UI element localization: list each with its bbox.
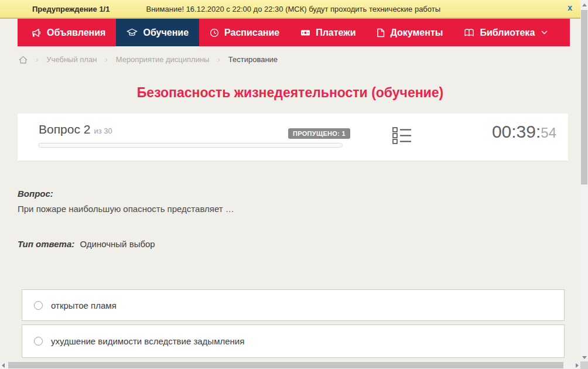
warning-banner: Предупреждение 1/1 Внимание! 16.12.2020 …: [0, 0, 580, 19]
breadcrumb-separator: ›: [105, 55, 107, 64]
scroll-up-arrow-icon[interactable]: [582, 4, 587, 6]
nav-item-label: Расписание: [224, 28, 279, 38]
nav-item-learning[interactable]: Обучение: [116, 19, 199, 46]
question-heading: Вопрос:: [18, 189, 53, 199]
question-list-icon[interactable]: [392, 127, 412, 146]
nav-item-documents[interactable]: Документы: [366, 19, 453, 46]
horizontal-scrollbar[interactable]: [0, 361, 580, 369]
answer-type-value: Одиночный выбор: [80, 239, 155, 249]
scroll-left-arrow-icon[interactable]: [2, 363, 5, 368]
breadcrumb-separator: ›: [217, 55, 220, 64]
banknote-icon: [300, 28, 310, 37]
nav-item-label: Библиотека: [480, 28, 535, 38]
chevron-down-icon: [541, 30, 548, 35]
vertical-scrollbar[interactable]: [580, 0, 588, 361]
answer-type-label: Тип ответа:: [18, 239, 74, 249]
scroll-right-arrow-icon[interactable]: [576, 363, 579, 368]
question-header-card: Вопрос 2из 30 ПРОПУЩЕНО: 1 00:39:54: [18, 114, 568, 160]
breadcrumb-separator: ›: [36, 55, 38, 64]
progress-bar: [38, 143, 343, 148]
app-viewport: Предупреждение 1/1 Внимание! 16.12.2020 …: [0, 0, 588, 369]
radio-button[interactable]: [34, 337, 43, 346]
nav-item-label: Платежи: [316, 28, 355, 38]
main-navbar: Объявления Обучение Расписание Платежи Д…: [18, 19, 570, 46]
skipped-badge: ПРОПУЩЕНО: 1: [288, 128, 350, 139]
nav-item-library[interactable]: Библиотека: [453, 19, 558, 46]
nav-item-label: Документы: [390, 28, 443, 38]
megaphone-icon: [32, 28, 42, 37]
question-text: При пожаре наибольшую опасность представ…: [18, 204, 234, 214]
graduation-cap-icon: [127, 28, 138, 37]
document-icon: [377, 28, 385, 37]
answer-option[interactable]: ухудшение видимости вследствие задымлени…: [22, 324, 565, 358]
breadcrumb-item-discipline-event[interactable]: Мероприятие дисциплины: [116, 55, 210, 64]
nav-item-label: Обучение: [143, 28, 189, 38]
nav-item-schedule[interactable]: Расписание: [199, 19, 290, 46]
page-title: Безопасность жизнедеятельности (обучение…: [0, 85, 580, 101]
banner-close-button[interactable]: x: [568, 4, 572, 12]
warning-banner-message: Внимание! 16.12.2020 с 22:00 до 22:30 (М…: [146, 5, 440, 13]
timer-hh-mm: 00:39:: [492, 122, 541, 141]
breadcrumb-item-testing: Тестирование: [228, 55, 278, 64]
warning-banner-label: Предупреждение 1/1: [32, 5, 110, 13]
timer-seconds: 54: [541, 125, 556, 141]
breadcrumb: › Учебный план › Мероприятие дисциплины …: [19, 55, 278, 64]
horizontal-scrollbar-thumb[interactable]: [8, 362, 563, 368]
answer-option-label: открытое пламя: [51, 300, 117, 310]
answer-option[interactable]: открытое пламя: [22, 289, 565, 321]
book-icon: [464, 28, 474, 37]
question-total-label: из 30: [94, 127, 112, 135]
breadcrumb-item-study-plan[interactable]: Учебный план: [46, 55, 97, 64]
home-icon[interactable]: [19, 56, 28, 64]
nav-item-payments[interactable]: Платежи: [290, 19, 366, 46]
vertical-scrollbar-thumb[interactable]: [581, 10, 587, 184]
question-number: Вопрос 2из 30: [39, 122, 112, 136]
question-number-label: Вопрос 2: [39, 122, 90, 136]
nav-item-announcements[interactable]: Объявления: [18, 19, 116, 46]
clock-icon: [210, 28, 219, 37]
scroll-down-arrow-icon[interactable]: [582, 356, 587, 359]
radio-button[interactable]: [34, 301, 43, 310]
nav-item-label: Объявления: [47, 28, 105, 38]
scrollbar-corner: [580, 361, 588, 369]
timer: 00:39:54: [492, 122, 556, 142]
answer-type: Тип ответа: Одиночный выбор: [18, 239, 155, 249]
answer-option-label: ухудшение видимости вследствие задымлени…: [51, 336, 244, 346]
